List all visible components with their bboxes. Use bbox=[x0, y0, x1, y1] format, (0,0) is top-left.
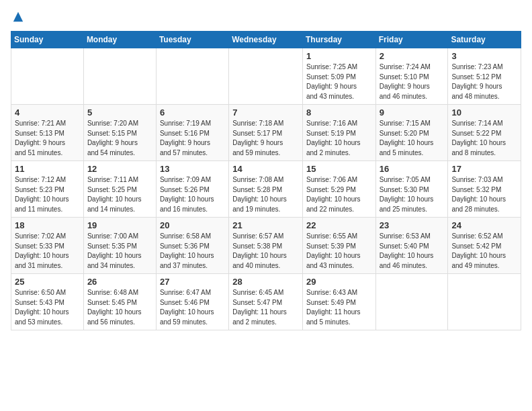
calendar-week-row: 11Sunrise: 7:12 AM Sunset: 5:23 PM Dayli… bbox=[11, 161, 521, 218]
day-number: 25 bbox=[15, 277, 80, 287]
day-number: 10 bbox=[451, 107, 517, 118]
day-number: 6 bbox=[160, 107, 225, 118]
calendar-cell: 12Sunrise: 7:11 AM Sunset: 5:25 PM Dayli… bbox=[83, 161, 156, 218]
day-number: 19 bbox=[87, 220, 152, 230]
calendar-cell: 26Sunrise: 6:48 AM Sunset: 5:45 PM Dayli… bbox=[83, 274, 156, 330]
calendar-cell: 1Sunrise: 7:25 AM Sunset: 5:09 PM Daylig… bbox=[302, 48, 375, 105]
calendar-cell: 16Sunrise: 7:05 AM Sunset: 5:30 PM Dayli… bbox=[375, 161, 448, 218]
day-info: Sunrise: 7:15 AM Sunset: 5:20 PM Dayligh… bbox=[380, 119, 445, 158]
day-info: Sunrise: 6:50 AM Sunset: 5:43 PM Dayligh… bbox=[15, 288, 80, 327]
calendar-cell: 9Sunrise: 7:15 AM Sunset: 5:20 PM Daylig… bbox=[375, 105, 448, 161]
calendar-cell: 14Sunrise: 7:08 AM Sunset: 5:28 PM Dayli… bbox=[229, 161, 303, 218]
calendar-cell: 15Sunrise: 7:06 AM Sunset: 5:29 PM Dayli… bbox=[302, 161, 375, 218]
day-info: Sunrise: 7:19 AM Sunset: 5:16 PM Dayligh… bbox=[160, 119, 225, 158]
calendar-week-row: 4Sunrise: 7:21 AM Sunset: 5:13 PM Daylig… bbox=[11, 105, 521, 161]
calendar-cell bbox=[11, 48, 84, 105]
day-number: 16 bbox=[380, 164, 445, 174]
calendar-cell: 11Sunrise: 7:12 AM Sunset: 5:23 PM Dayli… bbox=[11, 161, 84, 218]
day-info: Sunrise: 6:57 AM Sunset: 5:38 PM Dayligh… bbox=[232, 232, 299, 271]
day-number: 26 bbox=[87, 277, 152, 287]
day-info: Sunrise: 6:45 AM Sunset: 5:47 PM Dayligh… bbox=[232, 288, 299, 327]
day-info: Sunrise: 7:08 AM Sunset: 5:28 PM Dayligh… bbox=[232, 175, 299, 214]
calendar-cell bbox=[448, 274, 521, 330]
logo-text bbox=[11, 11, 24, 23]
day-number: 4 bbox=[15, 107, 80, 118]
calendar-cell: 8Sunrise: 7:16 AM Sunset: 5:19 PM Daylig… bbox=[302, 105, 375, 161]
day-info: Sunrise: 6:47 AM Sunset: 5:46 PM Dayligh… bbox=[160, 288, 225, 327]
day-info: Sunrise: 7:09 AM Sunset: 5:26 PM Dayligh… bbox=[160, 175, 225, 214]
calendar-cell: 4Sunrise: 7:21 AM Sunset: 5:13 PM Daylig… bbox=[11, 105, 84, 161]
calendar-week-row: 1Sunrise: 7:25 AM Sunset: 5:09 PM Daylig… bbox=[11, 48, 521, 105]
day-header-thursday: Thursday bbox=[302, 32, 375, 48]
day-info: Sunrise: 7:23 AM Sunset: 5:12 PM Dayligh… bbox=[451, 62, 517, 101]
calendar-cell: 21Sunrise: 6:57 AM Sunset: 5:38 PM Dayli… bbox=[229, 218, 303, 274]
day-number: 18 bbox=[15, 220, 80, 230]
calendar-cell: 10Sunrise: 7:14 AM Sunset: 5:22 PM Dayli… bbox=[448, 105, 521, 161]
calendar-cell: 25Sunrise: 6:50 AM Sunset: 5:43 PM Dayli… bbox=[11, 274, 84, 330]
day-number: 28 bbox=[232, 277, 299, 287]
calendar-cell: 23Sunrise: 6:53 AM Sunset: 5:40 PM Dayli… bbox=[375, 218, 448, 274]
day-info: Sunrise: 7:14 AM Sunset: 5:22 PM Dayligh… bbox=[451, 119, 517, 158]
calendar-cell bbox=[83, 48, 156, 105]
day-info: Sunrise: 7:11 AM Sunset: 5:25 PM Dayligh… bbox=[87, 175, 152, 214]
calendar-cell: 22Sunrise: 6:55 AM Sunset: 5:39 PM Dayli… bbox=[302, 218, 375, 274]
day-info: Sunrise: 6:53 AM Sunset: 5:40 PM Dayligh… bbox=[380, 232, 445, 271]
calendar-cell: 13Sunrise: 7:09 AM Sunset: 5:26 PM Dayli… bbox=[156, 161, 228, 218]
logo bbox=[11, 11, 24, 23]
day-info: Sunrise: 7:06 AM Sunset: 5:29 PM Dayligh… bbox=[306, 175, 372, 214]
svg-marker-0 bbox=[13, 12, 23, 21]
calendar-cell bbox=[375, 274, 448, 330]
day-number: 1 bbox=[306, 51, 372, 61]
logo-icon bbox=[12, 11, 24, 23]
day-number: 21 bbox=[232, 220, 299, 230]
day-info: Sunrise: 6:48 AM Sunset: 5:45 PM Dayligh… bbox=[87, 288, 152, 327]
calendar-week-row: 25Sunrise: 6:50 AM Sunset: 5:43 PM Dayli… bbox=[11, 274, 521, 330]
calendar-cell: 7Sunrise: 7:18 AM Sunset: 5:17 PM Daylig… bbox=[229, 105, 303, 161]
day-info: Sunrise: 7:02 AM Sunset: 5:33 PM Dayligh… bbox=[15, 232, 80, 271]
day-header-sunday: Sunday bbox=[11, 32, 84, 48]
day-number: 12 bbox=[87, 164, 152, 174]
calendar-cell: 29Sunrise: 6:43 AM Sunset: 5:49 PM Dayli… bbox=[302, 274, 375, 330]
day-number: 14 bbox=[232, 164, 299, 174]
day-number: 23 bbox=[380, 220, 445, 230]
calendar-cell: 5Sunrise: 7:20 AM Sunset: 5:15 PM Daylig… bbox=[83, 105, 156, 161]
calendar-cell: 19Sunrise: 7:00 AM Sunset: 5:35 PM Dayli… bbox=[83, 218, 156, 274]
day-number: 22 bbox=[306, 220, 372, 230]
calendar: SundayMondayTuesdayWednesdayThursdayFrid… bbox=[11, 31, 521, 330]
day-number: 8 bbox=[306, 107, 372, 118]
calendar-cell: 18Sunrise: 7:02 AM Sunset: 5:33 PM Dayli… bbox=[11, 218, 84, 274]
day-number: 5 bbox=[87, 107, 152, 118]
day-info: Sunrise: 7:03 AM Sunset: 5:32 PM Dayligh… bbox=[451, 175, 517, 214]
calendar-week-row: 18Sunrise: 7:02 AM Sunset: 5:33 PM Dayli… bbox=[11, 218, 521, 274]
day-info: Sunrise: 7:18 AM Sunset: 5:17 PM Dayligh… bbox=[232, 119, 299, 158]
day-info: Sunrise: 7:24 AM Sunset: 5:10 PM Dayligh… bbox=[380, 62, 445, 101]
page: SundayMondayTuesdayWednesdayThursdayFrid… bbox=[0, 0, 532, 336]
day-info: Sunrise: 7:25 AM Sunset: 5:09 PM Dayligh… bbox=[306, 62, 372, 101]
day-header-wednesday: Wednesday bbox=[229, 32, 303, 48]
day-number: 11 bbox=[15, 164, 80, 174]
day-info: Sunrise: 7:00 AM Sunset: 5:35 PM Dayligh… bbox=[87, 232, 152, 271]
day-number: 29 bbox=[306, 277, 372, 287]
calendar-cell: 24Sunrise: 6:52 AM Sunset: 5:42 PM Dayli… bbox=[448, 218, 521, 274]
day-header-friday: Friday bbox=[375, 32, 448, 48]
calendar-cell: 6Sunrise: 7:19 AM Sunset: 5:16 PM Daylig… bbox=[156, 105, 228, 161]
day-info: Sunrise: 7:20 AM Sunset: 5:15 PM Dayligh… bbox=[87, 119, 152, 158]
calendar-cell bbox=[229, 48, 303, 105]
day-number: 9 bbox=[380, 107, 445, 118]
day-info: Sunrise: 6:55 AM Sunset: 5:39 PM Dayligh… bbox=[306, 232, 372, 271]
day-number: 2 bbox=[380, 51, 445, 61]
calendar-cell: 3Sunrise: 7:23 AM Sunset: 5:12 PM Daylig… bbox=[448, 48, 521, 105]
day-info: Sunrise: 6:52 AM Sunset: 5:42 PM Dayligh… bbox=[451, 232, 517, 271]
calendar-cell: 28Sunrise: 6:45 AM Sunset: 5:47 PM Dayli… bbox=[229, 274, 303, 330]
day-header-tuesday: Tuesday bbox=[156, 32, 228, 48]
day-number: 17 bbox=[451, 164, 517, 174]
day-number: 27 bbox=[160, 277, 225, 287]
header bbox=[11, 11, 521, 23]
day-info: Sunrise: 7:21 AM Sunset: 5:13 PM Dayligh… bbox=[15, 119, 80, 158]
day-number: 15 bbox=[306, 164, 372, 174]
day-info: Sunrise: 6:58 AM Sunset: 5:36 PM Dayligh… bbox=[160, 232, 225, 271]
calendar-cell bbox=[156, 48, 228, 105]
calendar-cell: 2Sunrise: 7:24 AM Sunset: 5:10 PM Daylig… bbox=[375, 48, 448, 105]
day-header-monday: Monday bbox=[83, 32, 156, 48]
calendar-cell: 20Sunrise: 6:58 AM Sunset: 5:36 PM Dayli… bbox=[156, 218, 228, 274]
